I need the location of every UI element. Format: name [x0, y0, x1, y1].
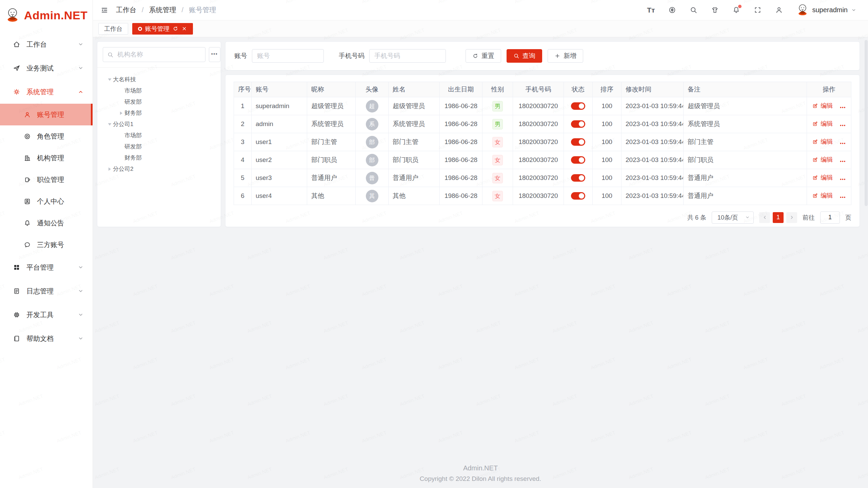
- account-input[interactable]: [252, 49, 324, 63]
- tree-node[interactable]: 研发部: [103, 96, 215, 107]
- close-icon[interactable]: [181, 26, 187, 32]
- sidebar-item-log[interactable]: 日志管理: [0, 279, 93, 303]
- tree-node[interactable]: 财务部: [103, 107, 215, 119]
- sidebar-item-chip[interactable]: 开发工具: [0, 303, 93, 327]
- sidebar-subitem-role[interactable]: 角色管理: [0, 125, 93, 147]
- menu-icon: [13, 41, 20, 48]
- org-tree-panel: ••• 大名科技 市场部 研发部 财务部 分公司1 市场部 研发部 财务部 分公…: [97, 41, 221, 227]
- search-icon: [513, 53, 519, 59]
- table-row: 3 user1 部门主管 部 部门主管 1986-06-28 女 1802003…: [234, 133, 851, 151]
- chevron-right-icon: [789, 215, 794, 220]
- tab-account-management[interactable]: 账号管理: [132, 23, 193, 35]
- page-number-current[interactable]: 1: [773, 212, 784, 223]
- add-button[interactable]: 新增: [548, 49, 583, 63]
- reset-button[interactable]: 重置: [466, 49, 501, 63]
- sidebar-item-book[interactable]: 帮助文档: [0, 327, 93, 350]
- sidebar-subitem-org[interactable]: 机构管理: [0, 147, 93, 169]
- caret-icon: [118, 110, 124, 117]
- tab-workbench[interactable]: 工作台: [98, 23, 128, 35]
- row-more-button[interactable]: •••: [840, 195, 846, 200]
- row-more-button[interactable]: •••: [840, 141, 846, 146]
- status-toggle[interactable]: [571, 192, 585, 200]
- status-toggle[interactable]: [571, 120, 585, 128]
- breadcrumb-item-workbench[interactable]: 工作台: [116, 5, 136, 15]
- status-toggle[interactable]: [571, 102, 585, 110]
- status-toggle[interactable]: [571, 138, 585, 146]
- gender-badge: 女: [492, 155, 503, 165]
- query-button[interactable]: 查询: [507, 49, 542, 63]
- sidebar-item-home[interactable]: 工作台: [0, 33, 93, 56]
- tree-node[interactable]: 市场部: [103, 85, 215, 96]
- sidebar-item-send[interactable]: 业务测试: [0, 56, 93, 80]
- language-icon[interactable]: [668, 6, 676, 14]
- edit-button[interactable]: 编辑: [812, 191, 833, 200]
- app-logo[interactable]: Admin.NET: [0, 0, 93, 30]
- user-icon[interactable]: [775, 6, 783, 14]
- tab-bar: 工作台 账号管理: [93, 20, 868, 37]
- tree-node[interactable]: 市场部: [103, 130, 215, 141]
- column-header: 操作: [807, 82, 851, 97]
- row-more-button[interactable]: •••: [840, 159, 846, 164]
- right-column: 账号 手机号码 重置: [225, 41, 860, 227]
- avatar: 部: [366, 154, 378, 166]
- sidebar-subitem-bell[interactable]: 通知公告: [0, 212, 93, 234]
- menu-collapse-icon[interactable]: [100, 6, 108, 14]
- search-icon[interactable]: [690, 6, 697, 14]
- edit-button[interactable]: 编辑: [812, 120, 833, 128]
- row-more-button[interactable]: •••: [840, 105, 846, 110]
- menu-icon: [13, 335, 20, 342]
- pagination: 共 6 条 10条/页 1: [234, 208, 851, 227]
- tree-node[interactable]: 大名科技: [103, 74, 215, 85]
- tree-node[interactable]: 分公司2: [103, 163, 215, 175]
- caret-icon: [118, 132, 124, 139]
- edit-button[interactable]: 编辑: [812, 102, 833, 110]
- chevron-icon: [78, 65, 84, 71]
- chevron-left-icon: [762, 215, 767, 220]
- active-tab-dot-icon: [138, 27, 142, 31]
- sidebar-subitem-user[interactable]: 账号管理: [0, 104, 93, 125]
- edit-button[interactable]: 编辑: [812, 138, 833, 146]
- page-unit-label: 页: [845, 214, 851, 222]
- sidebar-item-grid[interactable]: 平台管理: [0, 256, 93, 279]
- refresh-icon[interactable]: [173, 26, 178, 32]
- page-size-select[interactable]: 10条/页: [712, 211, 754, 224]
- status-toggle[interactable]: [571, 174, 585, 182]
- user-menu[interactable]: superadmin: [796, 3, 856, 17]
- edit-button[interactable]: 编辑: [812, 156, 833, 164]
- breadcrumb: 工作台 / 系统管理 / 账号管理: [116, 5, 216, 15]
- edit-button[interactable]: 编辑: [812, 174, 833, 182]
- font-size-icon[interactable]: Tт: [647, 6, 655, 14]
- row-more-button[interactable]: •••: [840, 123, 846, 128]
- org-search-input[interactable]: [117, 50, 201, 59]
- edit-icon: [812, 103, 818, 109]
- column-header: 昵称: [307, 82, 356, 97]
- fullscreen-icon[interactable]: [754, 6, 762, 14]
- menu-icon: [13, 264, 20, 271]
- prev-page-button[interactable]: [759, 212, 770, 223]
- avatar: 其: [366, 190, 378, 202]
- breadcrumb-item-system[interactable]: 系统管理: [149, 5, 176, 15]
- chevron-icon: [78, 41, 84, 47]
- row-more-button[interactable]: •••: [840, 177, 846, 182]
- phone-input[interactable]: [369, 49, 446, 63]
- notification-bell-icon[interactable]: [732, 6, 740, 14]
- sidebar-subitem-cup[interactable]: 职位管理: [0, 169, 93, 190]
- menu-icon: [24, 133, 31, 140]
- column-header: 备注: [684, 82, 807, 97]
- menu-icon: [13, 64, 20, 72]
- tree-node[interactable]: 财务部: [103, 152, 215, 163]
- theme-icon[interactable]: [711, 6, 719, 14]
- sidebar-subitem-chat[interactable]: 三方账号: [0, 234, 93, 256]
- main-area: 工作台 / 系统管理 / 账号管理 Tт: [93, 0, 868, 488]
- next-page-button[interactable]: [786, 212, 797, 223]
- tree-more-button[interactable]: •••: [209, 47, 220, 62]
- scrollbar-thumb[interactable]: [865, 40, 868, 206]
- tree-node[interactable]: 研发部: [103, 141, 215, 152]
- tree-node[interactable]: 分公司1: [103, 119, 215, 130]
- status-toggle[interactable]: [571, 156, 585, 164]
- caret-icon: [118, 87, 124, 94]
- goto-page-input[interactable]: [820, 211, 840, 224]
- sidebar-subitem-profile[interactable]: 个人中心: [0, 190, 93, 212]
- sidebar-item-gear[interactable]: 系统管理: [0, 80, 93, 104]
- table-row: 4 user2 部门职员 部 部门职员 1986-06-28 女 1802003…: [234, 151, 851, 169]
